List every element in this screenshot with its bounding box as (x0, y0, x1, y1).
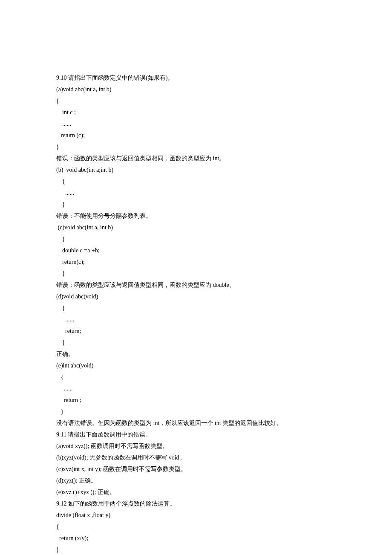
text-line: ...... (56, 118, 336, 130)
document-body: 9.10 请指出下面函数定义中的错误(如果有)。(a)void abc(int … (56, 72, 336, 555)
text-line: { (56, 176, 336, 187)
text-line: { (56, 95, 336, 107)
text-line: (c)xyz(int x, int y); 函数在调用时不需写参数类型。 (56, 463, 336, 475)
text-line: { (56, 233, 336, 245)
text-line: return ; (56, 394, 336, 406)
text-line: } (56, 337, 336, 348)
text-line: ...... (56, 314, 336, 325)
text-line: (b)xyz(void); 无参数的函数在调用时不需写 void。 (56, 452, 336, 463)
text-line: 9.12 如下的函数用于两个浮点数的除法运算。 (56, 498, 336, 509)
text-line: (e)int abc(void) (56, 360, 336, 371)
text-line: return; (56, 325, 336, 337)
text-line: (d)xyz(); 正确。 (56, 475, 336, 486)
text-line: (d)void abc(void) (56, 291, 336, 302)
text-line: 9.11 请指出下面函数调用中的错误。 (56, 429, 336, 440)
text-line: } (56, 268, 336, 279)
text-line: } (56, 544, 336, 555)
text-line: (a)void xyz(); 函数调用时不需写函数类型。 (56, 440, 336, 452)
text-line: { (56, 302, 336, 314)
text-line: } (56, 141, 336, 153)
text-line: 正确。 (56, 348, 336, 360)
text-line: 9.10 请指出下面函数定义中的错误(如果有)。 (56, 72, 336, 84)
text-line: int c ; (56, 107, 336, 118)
text-line: (b) void abc(int a;int b) (56, 164, 336, 176)
text-line: (a)void abc(int a, int b) (56, 84, 336, 95)
text-line: (c)void abc(int a, int b) (56, 222, 336, 233)
text-line: { (56, 521, 336, 532)
text-line: } (56, 406, 336, 417)
text-line: ...... (56, 187, 336, 199)
text-line: (e)xyz ()+xyz (); 正确。 (56, 486, 336, 498)
text-line: ...... (56, 383, 336, 394)
text-line: 错误：不能使用分号分隔参数列表。 (56, 210, 336, 222)
text-line: 没有语法错误。但因为函数的类型为 int，所以应该返回一个 int 类型的返回值… (56, 417, 336, 429)
text-line: 错误：函数的类型应该与返回值类型相同，函数的类型应为 double。 (56, 279, 336, 291)
text-line: return (x/y); (56, 532, 336, 544)
text-line: { (56, 371, 336, 383)
text-line: return (c); (56, 130, 336, 141)
text-line: 错误：函数的类型应该与返回值类型相同，函数的类型应为 int。 (56, 153, 336, 164)
text-line: double c =a +b; (56, 245, 336, 256)
text-line: divide (float x ,float y) (56, 509, 336, 521)
text-line: return(c); (56, 256, 336, 268)
text-line: } (56, 199, 336, 210)
